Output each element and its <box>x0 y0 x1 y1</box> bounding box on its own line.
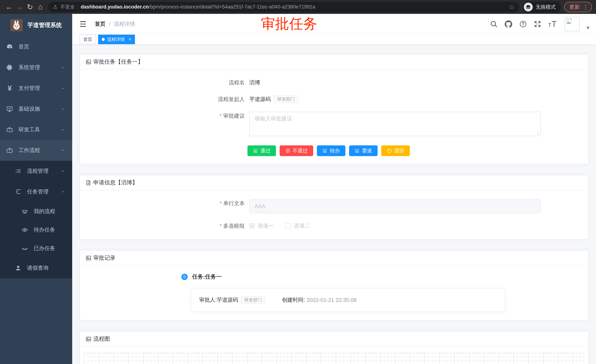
app-logo[interactable]: 芋道管理系统 <box>0 14 72 36</box>
user-icon <box>14 265 22 271</box>
single-text-input[interactable] <box>249 199 541 213</box>
url-path: /bpm/process-instance/detail?id=54aa251f… <box>149 4 315 10</box>
checkbox-group: 选项一 选项二 <box>249 222 322 230</box>
approve-button[interactable]: 通过 <box>247 145 276 156</box>
gear-icon <box>6 64 14 71</box>
toolbox-icon <box>6 126 14 133</box>
transfer-button[interactable]: 转办 <box>317 145 345 156</box>
caret-down-icon[interactable]: ▾ <box>587 25 589 31</box>
fullscreen-icon[interactable] <box>534 20 541 28</box>
reload-icon[interactable]: ↻ <box>25 2 35 12</box>
update-label[interactable]: 更新 <box>569 4 580 11</box>
forward-icon[interactable]: → <box>15 2 25 12</box>
tags-view: 首页 流程详情 × <box>72 34 596 44</box>
sidebar-item-label: 待办任务 <box>34 226 55 234</box>
browser-toolbar: ← → ↻ ⌂ ⚠ 不安全 dashboard.yudao.iocoder.cn… <box>0 0 596 14</box>
avatar[interactable] <box>565 17 580 31</box>
home-icon[interactable]: ⌂ <box>35 2 45 12</box>
dashboard-icon <box>6 43 14 50</box>
eye-icon <box>21 226 29 233</box>
process-name-value: 滔博 <box>249 78 260 87</box>
tab-label: 流程详情 <box>107 36 125 42</box>
checkbox-group-label: 多选框组 <box>86 222 249 230</box>
incognito-icon <box>524 3 533 11</box>
process-name-label: 流程名 <box>86 78 249 87</box>
circle-close-icon <box>285 148 291 153</box>
search-icon[interactable] <box>490 20 498 28</box>
chevron-down-icon <box>61 169 66 174</box>
sidebar-item-label: 支付管理 <box>19 85 40 92</box>
bpmn-diagram-canvas[interactable] <box>84 353 584 364</box>
checkbox-option-1[interactable]: 选项一 <box>249 222 274 230</box>
sidebar-item-label: 基础设施 <box>19 105 40 113</box>
sidebar-item-home[interactable]: 首页 <box>0 36 72 57</box>
url-text[interactable]: dashboard.yudao.iocoder.cn/bpm/process-i… <box>81 4 315 10</box>
help-icon[interactable] <box>519 20 527 28</box>
department-tag: 研发部门 <box>241 296 265 304</box>
process-starter-row: 流程发起人 芋道源码 研发部门 <box>86 95 583 103</box>
reject-button[interactable]: 不通过 <box>280 145 313 156</box>
sidebar-item-payment[interactable]: ¥ 支付管理 <box>0 78 72 99</box>
chevron-down-icon <box>61 86 66 91</box>
sidebar-item-task-management[interactable]: 任务管理 <box>0 182 72 202</box>
collapse-sidebar-icon[interactable] <box>79 20 87 28</box>
resize-grip-icon[interactable] <box>536 132 539 135</box>
incognito-label: 无痕模式 <box>536 4 556 10</box>
chevron-up-icon <box>61 148 66 153</box>
page-content: 审批任务【任务一】 流程名 滔博 流程发起人 芋道源码 研发部门 <box>72 44 596 364</box>
sidebar-item-infrastructure[interactable]: 基础设施 <box>0 99 72 119</box>
tab-home[interactable]: 首页 <box>80 35 96 44</box>
security-label[interactable]: 不安全 <box>60 4 75 10</box>
checkbox-option-2[interactable]: 选项二 <box>286 222 310 230</box>
breadcrumb-home[interactable]: 首页 <box>95 20 105 28</box>
sidebar-item-done-tasks[interactable]: 已办任务 <box>0 239 72 258</box>
red-annotation: 审批任务 <box>261 15 317 33</box>
incognito-badge: 无痕模式 <box>523 2 561 12</box>
breadcrumb-separator: / <box>109 21 110 27</box>
suggestion-textarea[interactable] <box>249 112 541 136</box>
record-detail-box: 审批人: 芋道源码 研发部门 创建时间: 2022-01-21 22:35:08 <box>192 288 505 312</box>
github-icon[interactable] <box>504 20 513 28</box>
bookmark-star-icon[interactable]: ☆ <box>509 3 514 11</box>
checkbox-checked-icon <box>249 223 255 229</box>
url-host: dashboard.yudao.iocoder.cn <box>81 4 149 10</box>
sidebar-item-todo-tasks[interactable]: 待办任务 <box>0 221 72 239</box>
approver-label: 审批人: <box>199 296 217 304</box>
edit-icon <box>322 148 328 153</box>
checkbox-group-row: 多选框组 选项一 选项二 <box>86 222 583 230</box>
sidebar-item-workflow[interactable]: 工作流程 <box>0 140 72 161</box>
chevron-down-icon <box>61 65 66 70</box>
apply-info-card: 申请信息【滔博】 单行文本 多选框组 <box>80 175 589 240</box>
sidebar-item-label: 请假查询 <box>27 264 48 272</box>
warning-icon: ⚠ <box>53 4 58 10</box>
address-bar[interactable]: ⚠ 不安全 dashboard.yudao.iocoder.cn/bpm/pro… <box>48 2 519 12</box>
monitor-icon <box>6 105 14 112</box>
font-size-icon[interactable]: TT <box>548 19 557 29</box>
process-diagram-card: 流程图 <box>80 331 589 364</box>
back-icon[interactable]: ← <box>4 2 15 12</box>
edit-icon <box>355 148 360 153</box>
browser-menu-icon[interactable]: ⋮ <box>583 4 589 10</box>
department-tag: 研发部门 <box>274 95 298 103</box>
create-time-value: 2022-01-21 22:35:08 <box>307 297 357 303</box>
picture-icon <box>86 255 91 261</box>
tab-label: 首页 <box>83 36 92 42</box>
sidebar-item-label: 已办任务 <box>34 245 55 252</box>
approval-task-card: 审批任务【任务一】 流程名 滔博 流程发起人 芋道源码 研发部门 <box>80 54 589 164</box>
sidebar-item-process-management[interactable]: 流程管理 <box>0 161 72 182</box>
delegate-button[interactable]: 委派 <box>349 145 378 156</box>
timeline-item: 任务:任务一 <box>80 273 588 281</box>
eye-closed-icon <box>21 245 29 252</box>
task-title: 任务:任务一 <box>192 273 222 281</box>
sidebar-item-my-process[interactable]: 我的流程 <box>0 202 72 221</box>
app-logo-image <box>10 19 22 31</box>
sidebar-item-dev-tools[interactable]: 研发工具 <box>0 119 72 140</box>
sidebar-item-leave-query[interactable]: 请假查询 <box>0 258 72 278</box>
return-button[interactable]: 退回 <box>381 145 410 156</box>
browser-update-button[interactable]: 更新 ⋮ <box>564 2 592 12</box>
tab-process-detail[interactable]: 流程详情 × <box>98 35 135 44</box>
close-icon[interactable]: × <box>128 36 131 42</box>
chevron-up-icon <box>61 189 66 194</box>
sidebar-item-system[interactable]: 系统管理 <box>0 57 72 78</box>
sidebar-item-label: 系统管理 <box>19 64 40 71</box>
